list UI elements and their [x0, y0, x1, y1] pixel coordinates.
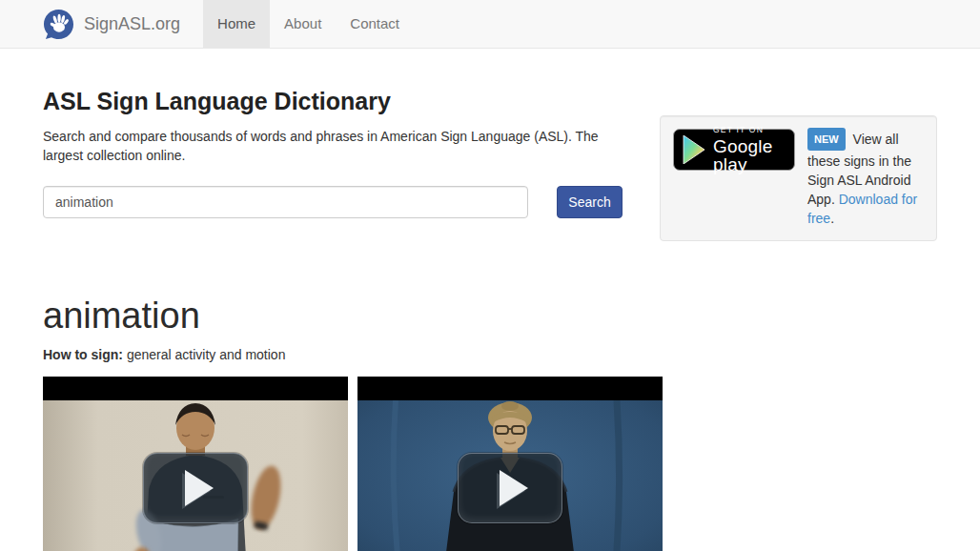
get-it-on-text: GET IT ON: [713, 126, 786, 134]
nav-item-contact[interactable]: Contact: [336, 0, 414, 48]
play-button[interactable]: [458, 453, 562, 523]
video-thumbnail-2[interactable]: [357, 377, 663, 551]
page-title: ASL Sign Language Dictionary: [43, 88, 623, 115]
how-to-sign-line: How to sign: general activity and motion: [43, 347, 937, 362]
search-form: Search: [43, 186, 623, 218]
video-thumbnail-1[interactable]: [43, 377, 348, 551]
how-to-sign-label: How to sign:: [43, 347, 123, 362]
google-play-text: Google play: [713, 137, 786, 173]
nav-item-home[interactable]: Home: [203, 0, 270, 48]
nav-menu: Home About Contact: [203, 0, 414, 48]
video-results: [43, 377, 937, 551]
main-content: ASL Sign Language Dictionary Search and …: [43, 49, 937, 551]
android-app-promo-panel: GET IT ON Google play NEW View all these…: [660, 115, 937, 241]
signasl-logo-hand-icon: [43, 9, 74, 40]
navbar: SignASL.org Home About Contact: [0, 0, 980, 49]
promo-message: NEW View all these signs in the Sign ASL…: [807, 129, 924, 228]
play-icon: [185, 470, 214, 506]
search-button[interactable]: Search: [557, 186, 623, 218]
search-result-word: animation: [43, 296, 937, 337]
google-play-badge-text: GET IT ON Google play: [713, 126, 786, 173]
page-description: Search and compare thousands of words an…: [43, 127, 610, 166]
search-input[interactable]: [43, 186, 528, 218]
brand-text: SignASL.org: [84, 14, 180, 34]
google-play-badge[interactable]: GET IT ON Google play: [673, 129, 795, 171]
promo-message-suffix: .: [830, 211, 834, 226]
play-button[interactable]: [143, 453, 248, 523]
new-badge: NEW: [807, 128, 846, 151]
nav-item-about[interactable]: About: [270, 0, 336, 48]
play-icon: [500, 470, 528, 506]
google-play-icon: [683, 135, 705, 164]
how-to-sign-description: general activity and motion: [123, 347, 285, 362]
brand-link[interactable]: SignASL.org: [43, 0, 180, 48]
